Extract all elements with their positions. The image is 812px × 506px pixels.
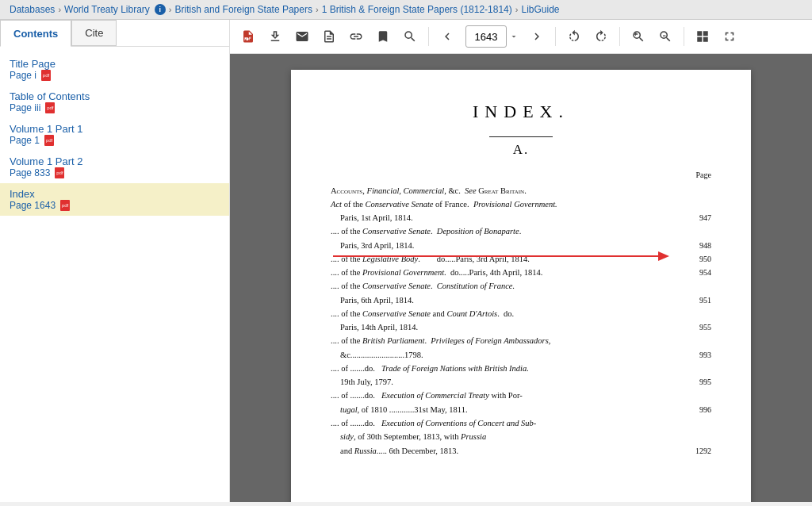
doc-entry-19: sidy, of 30th September, 1813, with Prus…: [331, 431, 711, 443]
separator-3: [619, 27, 620, 46]
grid-button[interactable]: [691, 25, 714, 48]
separator-1: [428, 27, 429, 46]
zoom-in-button[interactable]: [626, 25, 650, 48]
doc-entry-18: .... of .......do. Execution of Conventi…: [331, 417, 711, 430]
pdf-icon-4: pdf: [55, 167, 64, 178]
doc-entry-10: .... of the Conservative Senate and Coun…: [331, 308, 711, 320]
doc-entry-8: .... of the Conservative Senate. Constit…: [331, 280, 711, 293]
toc-title-page[interactable]: Title Page Page ipdf: [0, 53, 229, 86]
next-button[interactable]: [525, 25, 549, 48]
breadcrumb: Databases › World Treaty Library i › Bri…: [0, 0, 812, 20]
doc-entry-7: .... of the Provisional Government. do..…: [331, 266, 711, 279]
breadcrumb-world-treaty[interactable]: World Treaty Library: [64, 4, 150, 15]
fullscreen-button[interactable]: [718, 25, 741, 48]
link-button[interactable]: [344, 25, 368, 48]
download-button[interactable]: [263, 25, 287, 48]
breadcrumb-volume[interactable]: 1 British & Foreign State Papers (1812-1…: [322, 4, 512, 15]
doc-button[interactable]: [317, 25, 341, 48]
doc-entry-20: and Russia..... 6th December, 1813. 1292: [331, 445, 711, 458]
toc-index[interactable]: Index Page 1643pdf: [0, 183, 229, 216]
content-area: INDEX. A. Page Accounts, Financial, Comm…: [230, 20, 812, 502]
search-button[interactable]: [398, 25, 422, 48]
toc-index-label[interactable]: Index: [10, 188, 220, 200]
breadcrumb-sep-3: ›: [316, 5, 319, 14]
breadcrumb-libguide[interactable]: LibGuide: [521, 4, 559, 15]
breadcrumb-sep-2: ›: [169, 5, 172, 14]
doc-index-title: INDEX.: [331, 102, 711, 122]
prev-button[interactable]: [435, 25, 459, 48]
rotate-left-button[interactable]: [562, 25, 586, 48]
doc-content: Page Accounts, Financial, Commercial, &c…: [331, 169, 711, 458]
page-dropdown-icon: [509, 32, 519, 41]
info-icon[interactable]: i: [155, 4, 166, 15]
zoom-out-button[interactable]: [653, 25, 677, 48]
toc-table-contents[interactable]: Table of Contents Page iiipdf: [0, 86, 229, 118]
page-navigation: [465, 25, 519, 48]
rotate-right-button[interactable]: [589, 25, 613, 48]
doc-entry-5: Paris, 3rd April, 1814. 948: [331, 240, 711, 252]
toc-index-num: Page 1643pdf: [10, 200, 220, 211]
doc-entry-17: tugal, of 1810 ............31st May, 181…: [331, 404, 711, 416]
pdf-icon-5: pdf: [60, 200, 70, 211]
sidebar-tabs: Contents Cite: [0, 20, 229, 47]
doc-entry-11: Paris, 14th April, 1814. 955: [331, 321, 711, 334]
document-page: INDEX. A. Page Accounts, Financial, Comm…: [291, 70, 751, 502]
toolbar: [230, 20, 812, 54]
toc-vol1-part1-num: Page 1pdf: [10, 135, 220, 146]
doc-entry-3: Paris, 1st April, 1814. 947: [331, 212, 711, 224]
doc-rule: [489, 136, 553, 137]
bookmark-button[interactable]: [371, 25, 395, 48]
toc-vol1-part1-label[interactable]: Volume 1 Part 1: [10, 123, 220, 135]
breadcrumb-british-papers[interactable]: British and Foreign State Papers: [175, 4, 312, 15]
doc-entry-1: Accounts, Financial, Commercial, &c. See…: [331, 185, 711, 197]
sidebar-toc: Title Page Page ipdf Table of Contents P…: [0, 47, 229, 502]
toc-title-page-num: Page ipdf: [10, 70, 220, 81]
doc-section-a: A.: [331, 142, 711, 158]
toc-vol1-part2[interactable]: Volume 1 Part 2 Page 833pdf: [0, 151, 229, 183]
toc-vol1-part2-num: Page 833pdf: [10, 167, 220, 178]
doc-entry-9: Paris, 6th April, 1814. 951: [331, 294, 711, 307]
doc-entry-12: .... of the British Parliament. Privileg…: [331, 335, 711, 347]
separator-2: [555, 27, 556, 46]
page-input[interactable]: [465, 25, 507, 48]
doc-entry-14: .... of .......do. Trade of Foreign Nati…: [331, 362, 711, 375]
doc-entry-2: Act of the Conservative Senate of France…: [331, 198, 711, 211]
tab-cite[interactable]: Cite: [71, 20, 117, 46]
email-button[interactable]: [290, 25, 314, 48]
pdf-icon-2: pdf: [45, 102, 55, 113]
doc-entry-15: 19th July, 1797. 995: [331, 376, 711, 389]
toc-vol1-part2-label[interactable]: Volume 1 Part 2: [10, 155, 220, 167]
doc-entry-16: .... of .......do. Execution of Commerci…: [331, 389, 711, 402]
breadcrumb-sep-1: ›: [58, 5, 61, 14]
page-label: Page: [331, 169, 711, 182]
separator-4: [684, 27, 684, 46]
breadcrumb-sep-4: ›: [515, 5, 519, 14]
toc-vol1-part1[interactable]: Volume 1 Part 1 Page 1pdf: [0, 118, 229, 151]
doc-entry-13: &c..........................1798. 993: [331, 349, 711, 362]
doc-entry-6: .... of the Legislative Body. do.....Par…: [331, 253, 711, 266]
sidebar: Contents Cite Title Page Page ipdf Table…: [0, 20, 230, 502]
pdf-icon-3: pdf: [44, 135, 54, 146]
pdf-icon: pdf: [41, 70, 51, 81]
document-viewer: INDEX. A. Page Accounts, Financial, Comm…: [230, 54, 812, 502]
tab-contents[interactable]: Contents: [0, 20, 71, 47]
toc-title-page-label[interactable]: Title Page: [10, 58, 220, 70]
pdf-button[interactable]: [236, 25, 260, 48]
toc-table-contents-num: Page iiipdf: [10, 102, 220, 113]
toc-table-contents-label[interactable]: Table of Contents: [10, 90, 220, 102]
breadcrumb-databases[interactable]: Databases: [10, 4, 55, 15]
doc-entry-4: .... of the Conservative Senate. Deposit…: [331, 225, 711, 238]
